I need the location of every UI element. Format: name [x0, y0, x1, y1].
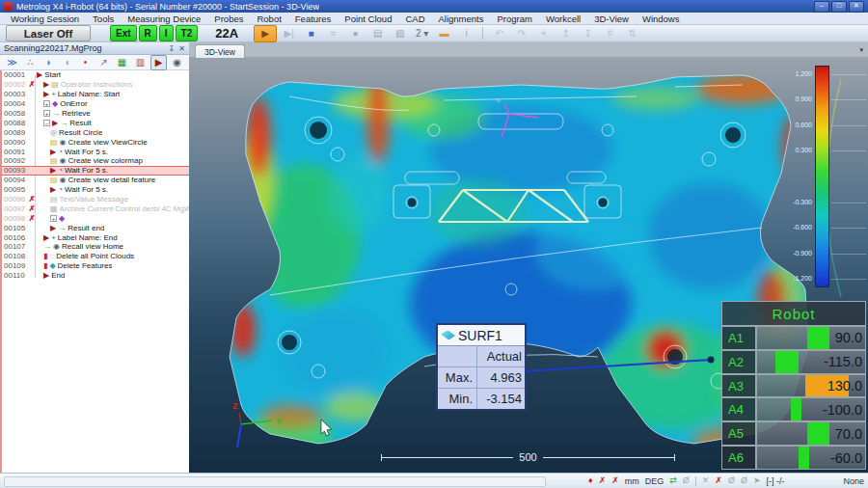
tree-expander-icon[interactable]: +	[43, 100, 50, 107]
program-step-row[interactable]: 00090▤◉Create view ViewCircle	[2, 137, 189, 147]
program-step-row[interactable]: 00097✗▦Archive Current Control derbi 4C …	[2, 203, 189, 213]
program-step-row[interactable]: 00088−▶→Result	[2, 118, 189, 127]
tree-expander-icon[interactable]: +	[50, 215, 57, 222]
surface-gray-icon[interactable]: ◖	[59, 55, 75, 70]
laser-off-button[interactable]: Laser Off	[6, 25, 91, 41]
pause-view-button[interactable]: ■	[301, 25, 321, 41]
maximize-button[interactable]: □	[831, 1, 847, 13]
mode-button-ext[interactable]: Ext	[110, 25, 137, 41]
scanner-off-icon[interactable]: ✗	[599, 476, 607, 485]
sync-icon[interactable]: ⇄	[669, 476, 677, 485]
close-panel-button[interactable]: ✕	[178, 44, 185, 53]
program-step-row[interactable]: 00110▶End	[2, 271, 189, 281]
menu-workcell[interactable]: Workcell	[539, 14, 587, 24]
anchor-down-button[interactable]: ↧	[578, 25, 598, 41]
program-step-row[interactable]: 00089◎Result Circle	[2, 127, 189, 137]
eraser-button[interactable]: ▬	[434, 25, 454, 41]
no-entry-icon-3[interactable]: Ø	[741, 476, 747, 485]
path-profile-button[interactable]: ≈	[323, 25, 343, 41]
menu-3d-view[interactable]: 3D-View	[587, 14, 636, 24]
mode-button-i[interactable]: I	[159, 25, 174, 41]
menu-robot[interactable]: Robot	[250, 14, 287, 24]
program-step-tree[interactable]: 00001▶Start00002✗▶▤Operator Instructions…	[0, 70, 189, 473]
menu-tools[interactable]: Tools	[86, 14, 121, 24]
redo-view-button[interactable]: ↷	[511, 25, 531, 41]
probe-compensation-button[interactable]: +	[533, 25, 554, 41]
run-program-button[interactable]: ▶	[254, 25, 277, 42]
camera-view-icon[interactable]: ◉	[169, 55, 185, 70]
send-program-icon[interactable]: ≫	[4, 55, 20, 70]
points-path-icon[interactable]: ∴	[22, 55, 39, 70]
cube-view-button[interactable]: ▧	[390, 25, 410, 41]
program-step-row[interactable]: 00106▶+Label Name: End	[2, 232, 189, 242]
probe-error-icon[interactable]: ✗	[715, 476, 722, 485]
menu-point-cloud[interactable]: Point Cloud	[338, 14, 398, 24]
program-step-row[interactable]: 00091▶◔Wait For 5 s.	[2, 147, 189, 156]
menu-cad[interactable]: CAD	[398, 14, 431, 24]
robot-alarm-icon[interactable]: ♦	[588, 476, 593, 485]
save-snapshot-button[interactable]: ▤	[367, 25, 388, 41]
arrow-icon: →	[52, 109, 60, 118]
pin-panel-button[interactable]: ↧	[169, 44, 176, 53]
no-entry-icon-2[interactable]: Ø	[728, 476, 735, 485]
program-step-row[interactable]: 00098✗+◆	[2, 213, 189, 223]
report-screen-icon[interactable]: ▥	[132, 55, 149, 70]
probe-wand-icon[interactable]: ↗	[95, 55, 112, 70]
menu-alignments[interactable]: Alignments	[432, 14, 491, 24]
program-step-row[interactable]: 00003▶+Label Name: Start	[2, 90, 189, 99]
program-step-row[interactable]: 00004+◆OnError	[2, 99, 189, 109]
anchor-up-button[interactable]: ↥	[556, 25, 576, 41]
cross-icon[interactable]: ✕	[702, 476, 710, 485]
measure-point-icon[interactable]: •	[77, 55, 94, 70]
run-step-icon[interactable]: ▶	[150, 55, 167, 70]
callout-max-label: Max.	[438, 370, 476, 385]
menu-program[interactable]: Program	[491, 14, 539, 24]
probe-off-icon[interactable]: ✗	[611, 476, 619, 485]
mode-button-t2[interactable]: T2	[176, 25, 199, 41]
tree-expander-icon[interactable]: −	[43, 120, 50, 126]
onerror-icon: ◆	[59, 214, 65, 223]
tab-scroll-icon[interactable]: ▾	[859, 46, 863, 54]
split-view-dropdown[interactable]: 2 ▾	[412, 25, 432, 41]
minimize-button[interactable]: –	[814, 1, 829, 13]
program-step-row[interactable]: 00107→◉Recall view Home	[2, 242, 189, 252]
surface-blue-icon[interactable]: ◗	[41, 55, 57, 70]
program-step-row[interactable]: 00108▮◌Delete all Point Clouds	[2, 252, 189, 261]
step-number: 00110	[2, 271, 27, 280]
hand-probe-icon[interactable]: ➤	[753, 476, 761, 485]
rotate-tool-button[interactable]: ⇅	[622, 25, 642, 41]
program-panel-toolbar: ≫∴◗◖•↗▦▥▶◉	[0, 55, 189, 70]
mode-button-r[interactable]: R	[139, 25, 157, 41]
viewport-canvas[interactable]: N Z Y	[189, 58, 868, 473]
colormap-icon[interactable]: ▦	[114, 55, 130, 70]
menu-working-session[interactable]: Working Session	[4, 14, 86, 24]
menu-measuring-device[interactable]: Measuring Device	[121, 14, 207, 24]
robot-axis-bar	[807, 327, 830, 349]
tree-expander-icon[interactable]: +	[43, 110, 50, 117]
step-forward-button[interactable]: ▶|	[279, 25, 299, 41]
doc-icon: ▤	[50, 156, 58, 165]
program-step-row[interactable]: 00092▤◉Create view colormap	[2, 156, 189, 166]
window-title: Metrolog X4 i-Robot (64 bits) - Serial N…	[16, 2, 319, 12]
record-point-button[interactable]: ●	[345, 25, 366, 41]
program-step-row[interactable]: 00002✗▶▤Operator Instructions	[2, 80, 189, 90]
menu-probes[interactable]: Probes	[207, 14, 250, 24]
close-button[interactable]: ✕	[849, 1, 864, 13]
menu-windows[interactable]: Windows	[636, 14, 687, 24]
program-step-row[interactable]: 00095▶◔Wait For 5 s.	[2, 185, 189, 195]
program-step-row[interactable]: 00109▮◆Delete Features	[2, 261, 189, 271]
program-step-row[interactable]: 00093▶◔Wait For 5 s.	[2, 166, 189, 176]
no-entry-icon[interactable]: Ø	[683, 476, 690, 485]
feature-capture-button[interactable]: #	[600, 25, 620, 41]
program-step-row[interactable]: 00001▶Start	[2, 70, 189, 80]
surf1-callout[interactable]: SURF1 Actual Max. 4.963 Min. -3.154	[436, 323, 527, 411]
undo-view-button[interactable]: ↶	[489, 25, 509, 41]
program-step-row[interactable]: 00096✗▤Text/Value Message	[2, 195, 189, 204]
info-button[interactable]: i	[456, 25, 476, 41]
program-step-row[interactable]: 00058+→Retrieve	[2, 109, 189, 119]
step-number: 00090	[2, 138, 27, 147]
tab-3d-view[interactable]: 3D-View	[195, 44, 245, 59]
program-step-row[interactable]: 00105▶→Result end	[2, 223, 189, 232]
menu-features[interactable]: Features	[288, 14, 339, 24]
program-step-row[interactable]: 00094▤◉Create view detail feature	[2, 176, 189, 185]
